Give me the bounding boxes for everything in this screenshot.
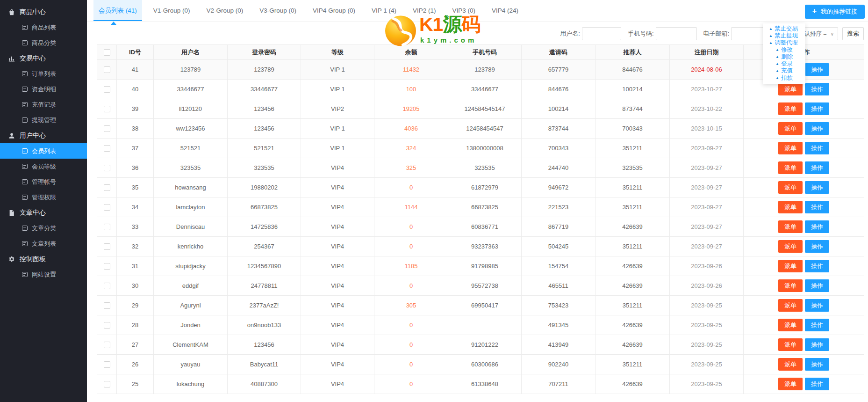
tab-item[interactable]: V2-Group (0) [201,0,249,21]
row-checkbox[interactable] [104,283,110,289]
dispatch-button[interactable]: 派单 [778,142,803,154]
row-checkbox[interactable] [104,165,110,171]
cell-register-date: 2023-09-25 [670,335,744,355]
dispatch-button[interactable]: 派单 [778,83,803,95]
menu-item[interactable]: ▲禁止交易 [763,25,805,32]
dispatch-button[interactable]: 派单 [778,181,803,194]
sidebar-item[interactable]: 管理帐号 [0,174,87,190]
tab-item[interactable]: VIP2 (1) [408,0,441,21]
row-checkbox[interactable] [104,184,110,191]
operate-button[interactable]: 操作 [805,122,829,135]
menu-item-label: 扣款 [781,74,793,81]
dispatch-button[interactable]: 派单 [778,240,803,253]
row-checkbox[interactable] [104,145,110,152]
sidebar-item[interactable]: 会员列表 [0,143,87,159]
search-button[interactable]: 搜索 [842,27,864,40]
operate-button[interactable]: 操作 [805,319,829,331]
operate-button[interactable]: 操作 [805,279,829,292]
row-checkbox[interactable] [104,106,110,112]
sidebar-item[interactable]: 网站设置 [0,267,87,282]
dispatch-button[interactable]: 派单 [778,122,803,135]
operate-button[interactable]: 操作 [805,299,829,312]
menu-item[interactable]: ▲删除 [763,53,805,60]
menu-item[interactable]: ▲禁止提现 [763,32,805,39]
row-checkbox[interactable] [104,66,110,73]
phone-input[interactable] [656,27,697,40]
operate-button[interactable]: 操作 [805,201,829,213]
cell-phone: 91798985 [448,256,522,276]
operate-button[interactable]: 操作 [805,338,829,351]
tab-item[interactable]: VIP4 Group (0) [308,0,360,21]
operate-button[interactable]: 操作 [805,161,829,174]
select-all-checkbox[interactable] [104,49,110,56]
row-checkbox[interactable] [104,86,110,93]
operate-button[interactable]: 操作 [805,181,829,194]
operate-button[interactable]: 操作 [805,378,829,390]
menu-item[interactable]: ▲充值 [763,67,805,74]
operate-button[interactable]: 操作 [805,102,829,115]
menu-item[interactable]: ▲修改 [763,46,805,53]
cell-id: 36 [117,158,154,178]
tab-item[interactable]: 会员列表 (41) [93,0,142,21]
dispatch-button[interactable]: 派单 [778,358,803,371]
operate-button[interactable]: 操作 [805,83,829,95]
sidebar-section-header[interactable]: 控制面板 [0,251,87,267]
dispatch-button[interactable]: 派单 [778,161,803,174]
operate-button[interactable]: 操作 [805,220,829,233]
row-checkbox[interactable] [104,342,110,348]
sidebar-item[interactable]: 管理权限 [0,190,87,205]
row-checkbox[interactable] [104,361,110,368]
cell-id: 39 [117,99,154,119]
operate-button[interactable]: 操作 [805,260,829,272]
row-checkbox[interactable] [104,125,110,132]
dispatch-button[interactable]: 派单 [778,220,803,233]
cell-referrer: 351211 [595,296,670,315]
sidebar-section-header[interactable]: 文章中心 [0,205,87,220]
dispatch-button[interactable]: 派单 [778,319,803,331]
operate-button[interactable]: 操作 [805,142,829,154]
menu-item[interactable]: ▲调整代理 [763,39,805,46]
operate-button[interactable]: 操作 [805,240,829,253]
dispatch-button[interactable]: 派单 [778,299,803,312]
menu-item[interactable]: ▲登录 [763,60,805,67]
dispatch-button[interactable]: 派单 [778,279,803,292]
my-referral-link-button[interactable]: + 我的推荐链接 [805,5,865,19]
tab-item[interactable]: VIP3 (0) [447,0,481,21]
dispatch-button[interactable]: 派单 [778,338,803,351]
sidebar-item[interactable]: 充值记录 [0,97,87,112]
row-checkbox[interactable] [104,224,110,230]
dispatch-button[interactable]: 派单 [778,378,803,390]
row-checkbox[interactable] [104,243,110,250]
tab-item[interactable]: V3-Group (0) [254,0,301,21]
sidebar-item[interactable]: 文章分类 [0,220,87,236]
tab-item[interactable]: VIP4 (24) [487,0,524,21]
menu-item[interactable]: ▲扣款 [763,74,805,81]
row-checkbox[interactable] [104,322,110,329]
tab-item[interactable]: V1-Group (0) [148,0,195,21]
user-input[interactable] [582,27,621,40]
row-checkbox[interactable] [104,204,110,211]
row-checkbox[interactable] [104,381,110,387]
cell-invite-code: 867719 [522,217,595,237]
dispatch-button[interactable]: 派单 [778,260,803,272]
sidebar-item[interactable]: 商品列表 [0,20,87,35]
row-checkbox[interactable] [104,302,110,309]
cell-username: Aguryni [154,296,228,315]
operate-button[interactable]: 操作 [805,358,829,371]
sidebar-item[interactable]: 会员等级 [0,159,87,174]
sidebar-item[interactable]: 商品分类 [0,35,87,51]
sidebar-item[interactable]: 提现管理 [0,112,87,128]
sidebar-section-header[interactable]: 交易中心 [0,51,87,66]
dispatch-button[interactable]: 派单 [778,201,803,213]
sidebar-section-header[interactable]: 用户中心 [0,128,87,143]
sidebar-item[interactable]: 文章列表 [0,236,87,251]
sidebar-item[interactable]: 订单列表 [0,66,87,81]
cell-password: 521521 [228,139,301,158]
cell-id: 30 [117,276,154,296]
operate-button[interactable]: 操作 [805,63,829,76]
tab-item[interactable]: VIP 1 (4) [366,0,402,21]
sidebar-section-header[interactable]: 商品中心 [0,4,87,20]
dispatch-button[interactable]: 派单 [778,102,803,115]
sidebar-item[interactable]: 资金明细 [0,81,87,97]
row-checkbox[interactable] [104,263,110,270]
